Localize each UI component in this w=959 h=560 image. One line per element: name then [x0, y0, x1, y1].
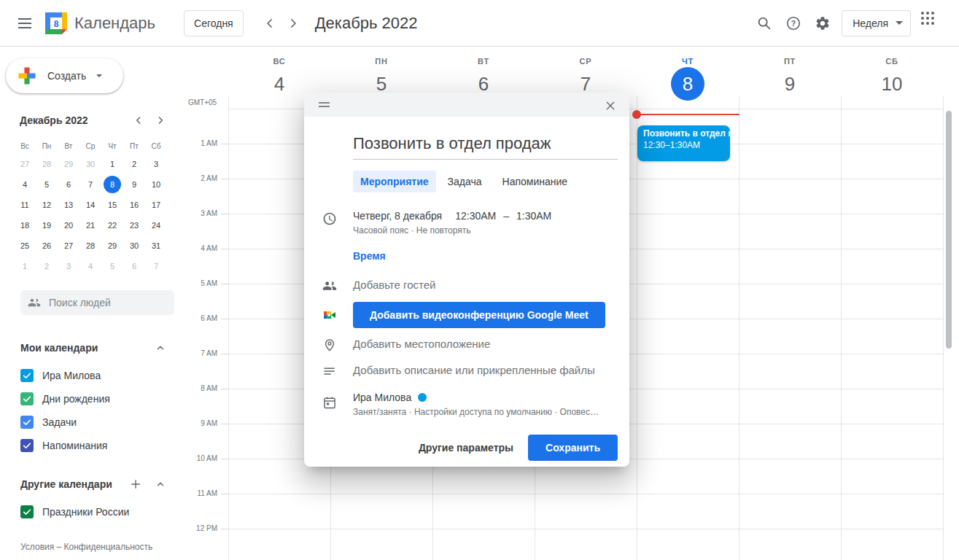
- settings-button[interactable]: [808, 9, 837, 38]
- mini-cal-day[interactable]: 9: [123, 174, 145, 195]
- day-column[interactable]: [739, 96, 841, 560]
- google-apps-button[interactable]: [918, 9, 947, 38]
- mini-cal-day[interactable]: 30: [79, 154, 101, 174]
- mini-cal-day[interactable]: 28: [36, 154, 58, 174]
- day-column[interactable]: [841, 96, 943, 560]
- add-calendar-button[interactable]: [127, 475, 144, 493]
- mini-cal-day[interactable]: 19: [36, 215, 58, 236]
- mini-cal-day[interactable]: 14: [79, 195, 101, 215]
- add-guests-row[interactable]: Добавьте гостей: [322, 279, 629, 293]
- mini-cal-day[interactable]: 6: [123, 256, 145, 276]
- mini-cal-day[interactable]: 16: [123, 195, 145, 215]
- mini-cal-day[interactable]: 18: [14, 215, 36, 236]
- calendar-logo[interactable]: 8 Календарь: [45, 12, 155, 34]
- mini-cal-day[interactable]: 7: [79, 174, 101, 195]
- mini-cal-prev-button[interactable]: [130, 112, 147, 129]
- add-location-placeholder: Добавить местоположение: [353, 338, 490, 350]
- day-column[interactable]: [637, 96, 739, 560]
- mini-cal-day[interactable]: 22: [101, 215, 123, 236]
- hour-label: 3 AM: [187, 209, 217, 217]
- people-search-input[interactable]: Поиск людей: [20, 290, 174, 315]
- day-abbr-label: ВС: [228, 57, 330, 66]
- owner-calendar-row[interactable]: Ира Милова Занят/занята · Настройки дост…: [322, 392, 629, 417]
- search-button[interactable]: [750, 9, 779, 38]
- collapse-my-calendars-button[interactable]: [152, 339, 169, 357]
- mini-cal-day[interactable]: 27: [14, 154, 36, 174]
- mini-cal-day[interactable]: 3: [145, 154, 167, 174]
- hour-label: 5 AM: [187, 279, 217, 287]
- event-date[interactable]: Четверг, 8 декабря: [353, 210, 442, 222]
- mini-cal-day[interactable]: 21: [79, 215, 101, 236]
- add-location-row[interactable]: Добавить местоположение: [322, 338, 629, 352]
- event-end-time[interactable]: 1:30AM: [516, 210, 551, 222]
- help-button[interactable]: ?: [779, 9, 808, 38]
- time-link[interactable]: Время: [353, 250, 386, 262]
- mini-cal-day[interactable]: 4: [79, 256, 101, 276]
- today-button[interactable]: Сегодня: [184, 10, 244, 36]
- dialog-drag-bar[interactable]: [304, 93, 629, 117]
- calendar-list-item[interactable]: Задачи: [0, 411, 187, 434]
- event-start-time[interactable]: 12:30AM: [455, 210, 496, 222]
- scrollbar-thumb[interactable]: [946, 111, 952, 349]
- event-title-input[interactable]: Позвонить в отдел продаж: [353, 134, 618, 160]
- mini-cal-day[interactable]: 12: [36, 195, 58, 215]
- mini-cal-day[interactable]: 29: [58, 154, 79, 174]
- next-period-button[interactable]: [282, 12, 305, 35]
- dialog-tab[interactable]: Задача: [439, 171, 491, 192]
- add-description-row[interactable]: Добавить описание или прикрепленные файл…: [322, 364, 629, 378]
- more-options-button[interactable]: Другие параметры: [410, 435, 522, 461]
- create-button[interactable]: Создать: [6, 58, 123, 93]
- collapse-other-calendars-button[interactable]: [152, 475, 169, 493]
- main-menu-button[interactable]: [10, 9, 39, 38]
- mini-cal-day[interactable]: 2: [36, 256, 58, 276]
- mini-cal-day[interactable]: 15: [101, 195, 123, 215]
- mini-cal-day[interactable]: 8: [101, 174, 123, 195]
- calendar-checkbox[interactable]: [20, 369, 34, 382]
- mini-cal-day[interactable]: 26: [36, 236, 58, 256]
- mini-cal-day[interactable]: 5: [101, 256, 123, 276]
- calendar-checkbox[interactable]: [20, 416, 34, 429]
- calendar-checkbox[interactable]: [20, 439, 34, 452]
- dialog-tab[interactable]: Напоминание: [494, 171, 577, 192]
- mini-cal-day[interactable]: 10: [145, 174, 167, 195]
- mini-cal-day[interactable]: 20: [58, 215, 79, 236]
- other-calendars-title: Другие календари: [20, 478, 112, 490]
- mini-cal-next-button[interactable]: [152, 112, 169, 129]
- calendar-list-item[interactable]: Напоминания: [0, 434, 187, 457]
- calendar-checkbox[interactable]: [20, 505, 34, 518]
- view-selector[interactable]: Неделя: [842, 10, 911, 36]
- calendar-checkbox[interactable]: [20, 392, 34, 405]
- mini-cal-day[interactable]: 1: [14, 256, 36, 276]
- mini-cal-day[interactable]: 13: [58, 195, 79, 215]
- mini-cal-day[interactable]: 11: [14, 195, 36, 215]
- mini-cal-day[interactable]: 24: [145, 215, 167, 236]
- mini-cal-day[interactable]: 3: [58, 256, 79, 276]
- datetime-row[interactable]: Четверг, 8 декабря 12:30AM – 1:30AM Часо…: [322, 210, 629, 236]
- mini-cal-day[interactable]: 29: [101, 236, 123, 256]
- add-meet-button[interactable]: Добавить видеоконференцию Google Meet: [353, 302, 605, 328]
- mini-cal-day[interactable]: 6: [58, 174, 79, 195]
- mini-cal-day[interactable]: 27: [58, 236, 79, 256]
- mini-cal-day[interactable]: 30: [123, 236, 145, 256]
- google-calendar-app: 8 Календарь Сегодня Декабрь 2022 ?: [0, 0, 959, 560]
- mini-cal-day[interactable]: 5: [36, 174, 58, 195]
- mini-cal-day[interactable]: 25: [14, 236, 36, 256]
- mini-cal-day[interactable]: 2: [123, 154, 145, 174]
- mini-cal-day[interactable]: 28: [79, 236, 101, 256]
- mini-cal-day[interactable]: 4: [14, 174, 36, 195]
- calendar-event[interactable]: Позвонить в отдел п 12:30–1:30AM: [637, 125, 730, 161]
- mini-cal-day[interactable]: 31: [145, 236, 167, 256]
- dialog-tab[interactable]: Мероприятие: [353, 171, 436, 192]
- mini-cal-day[interactable]: 1: [101, 154, 123, 174]
- calendar-list-item[interactable]: Праздники России: [0, 500, 187, 524]
- calendar-label: Напоминания: [42, 440, 107, 451]
- calendar-list-item[interactable]: Дни рождения: [0, 387, 187, 411]
- close-button[interactable]: [600, 96, 621, 116]
- prev-period-button[interactable]: [258, 12, 282, 35]
- mini-cal-day[interactable]: 17: [145, 195, 167, 215]
- mini-cal-day[interactable]: 23: [123, 215, 145, 236]
- mini-cal-day[interactable]: 7: [145, 256, 167, 276]
- save-button[interactable]: Сохранить: [528, 435, 618, 461]
- footer-links[interactable]: Условия – Конфиденциальность: [20, 542, 152, 552]
- calendar-list-item[interactable]: Ира Милова: [0, 364, 187, 387]
